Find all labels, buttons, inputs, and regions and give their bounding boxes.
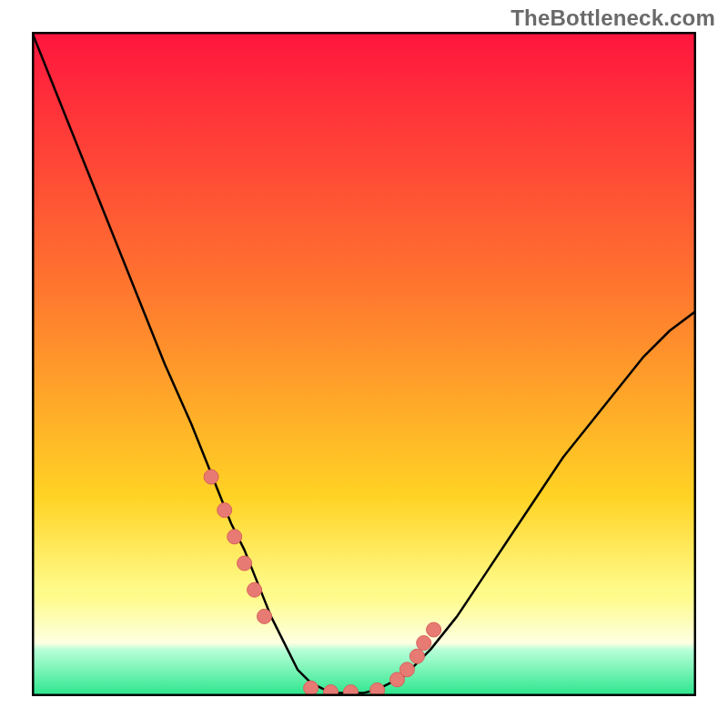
- data-marker: [238, 556, 252, 571]
- gradient-background: [32, 32, 696, 696]
- data-marker: [427, 622, 441, 637]
- data-marker: [248, 582, 262, 597]
- data-marker: [417, 636, 431, 651]
- data-marker: [258, 609, 272, 623]
- plot-area: [32, 32, 696, 696]
- bottleneck-chart: [32, 32, 696, 696]
- data-marker: [204, 470, 218, 484]
- data-marker: [410, 649, 424, 663]
- chart-frame: TheBottleneck.com: [0, 0, 728, 728]
- data-marker: [228, 530, 242, 544]
- data-marker: [304, 681, 318, 695]
- watermark-text: TheBottleneck.com: [511, 5, 715, 31]
- data-marker: [399, 662, 414, 677]
- data-marker: [217, 503, 232, 518]
